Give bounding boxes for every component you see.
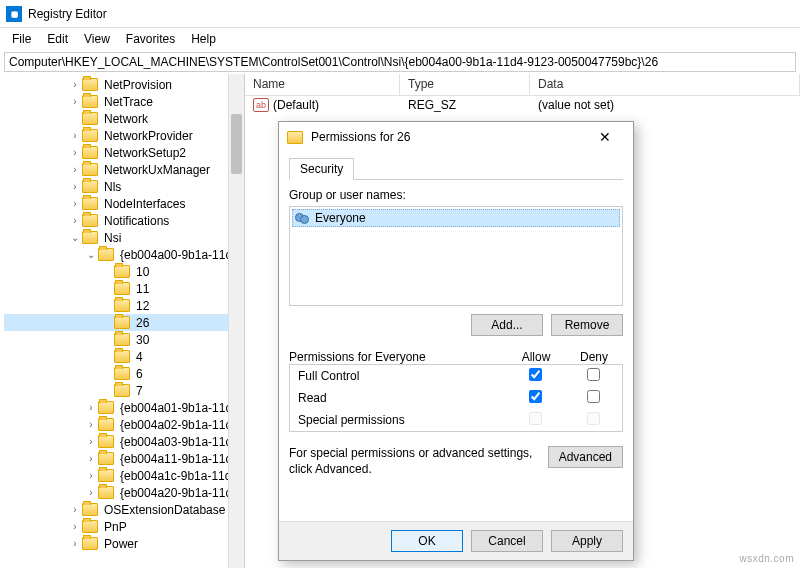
twisty-empty <box>100 299 114 313</box>
tree-label: 30 <box>134 333 151 347</box>
tree-item[interactable]: ›PnP <box>4 518 244 535</box>
tree-item[interactable]: 4 <box>4 348 244 365</box>
folder-icon <box>82 78 98 91</box>
tree-item[interactable]: ›OSExtensionDatabase <box>4 501 244 518</box>
folder-icon <box>82 214 98 227</box>
cancel-button[interactable]: Cancel <box>471 530 543 552</box>
principals-listbox[interactable]: Everyone <box>289 206 623 306</box>
menu-view[interactable]: View <box>76 30 118 48</box>
menu-file[interactable]: File <box>4 30 39 48</box>
apply-button[interactable]: Apply <box>551 530 623 552</box>
tree-item[interactable]: ⌄{eb004a00-9b1a-11c <box>4 246 244 263</box>
tree-item[interactable]: 6 <box>4 365 244 382</box>
twisty-empty <box>100 384 114 398</box>
permission-row: Full Control <box>290 365 622 387</box>
titlebar: Registry Editor <box>0 0 800 28</box>
chevron-right-icon[interactable]: › <box>68 537 82 551</box>
tree-item[interactable]: 30 <box>4 331 244 348</box>
chevron-right-icon[interactable]: › <box>84 469 98 483</box>
deny-checkbox[interactable] <box>587 368 600 381</box>
dialog-titlebar[interactable]: Permissions for 26 ✕ <box>279 122 633 152</box>
tree-label: 26 <box>134 316 151 330</box>
dialog-footer: OK Cancel Apply <box>279 521 633 560</box>
tree-item[interactable]: 10 <box>4 263 244 280</box>
chevron-right-icon[interactable]: › <box>84 435 98 449</box>
tree-item[interactable]: ›Nls <box>4 178 244 195</box>
menu-help[interactable]: Help <box>183 30 224 48</box>
chevron-right-icon[interactable]: › <box>84 401 98 415</box>
tree-item[interactable]: ›{eb004a20-9b1a-11c <box>4 484 244 501</box>
twisty-empty <box>100 265 114 279</box>
advanced-button[interactable]: Advanced <box>548 446 623 468</box>
tree-scrollbar[interactable] <box>228 74 244 568</box>
chevron-right-icon[interactable]: › <box>68 180 82 194</box>
tree-item[interactable]: 11 <box>4 280 244 297</box>
menu-edit[interactable]: Edit <box>39 30 76 48</box>
tree-item[interactable]: ›NetProvision <box>4 76 244 93</box>
chevron-right-icon[interactable]: › <box>68 520 82 534</box>
permissions-table: Full ControlReadSpecial permissions <box>289 364 623 432</box>
chevron-down-icon[interactable]: ⌄ <box>84 248 98 262</box>
folder-icon <box>98 418 114 431</box>
chevron-right-icon[interactable]: › <box>68 129 82 143</box>
tree-label: {eb004a00-9b1a-11c <box>118 248 233 262</box>
tree-item[interactable]: ›Notifications <box>4 212 244 229</box>
address-bar[interactable]: Computer\HKEY_LOCAL_MACHINE\SYSTEM\Contr… <box>4 52 796 72</box>
chevron-right-icon[interactable]: › <box>68 146 82 160</box>
chevron-right-icon[interactable]: › <box>68 95 82 109</box>
principal-name: Everyone <box>315 211 366 225</box>
value-row[interactable]: ab(Default)REG_SZ(value not set) <box>245 96 800 114</box>
permission-row: Read <box>290 387 622 409</box>
chevron-right-icon[interactable]: › <box>84 418 98 432</box>
tree-item[interactable]: ⌄Nsi <box>4 229 244 246</box>
tree-pane[interactable]: ›NetProvision›NetTraceNetwork›NetworkPro… <box>0 74 245 568</box>
col-name[interactable]: Name <box>245 74 400 95</box>
folder-icon <box>114 350 130 363</box>
folder-icon <box>98 486 114 499</box>
chevron-right-icon[interactable]: › <box>84 452 98 466</box>
tree-item[interactable]: 7 <box>4 382 244 399</box>
tree-item[interactable]: 26 <box>4 314 244 331</box>
tree-item[interactable]: ›NetworkUxManager <box>4 161 244 178</box>
tree-item[interactable]: ›NodeInterfaces <box>4 195 244 212</box>
chevron-right-icon[interactable]: › <box>68 503 82 517</box>
folder-icon <box>98 401 114 414</box>
tab-security[interactable]: Security <box>289 158 354 180</box>
tree-item[interactable]: ›NetTrace <box>4 93 244 110</box>
twisty-empty <box>100 316 114 330</box>
col-data[interactable]: Data <box>530 74 800 95</box>
allow-checkbox[interactable] <box>529 390 542 403</box>
tree-item[interactable]: ›{eb004a01-9b1a-11c <box>4 399 244 416</box>
allow-checkbox[interactable] <box>529 368 542 381</box>
tree-label: 11 <box>134 282 151 296</box>
chevron-right-icon[interactable]: › <box>68 214 82 228</box>
tree-item[interactable]: ›{eb004a1c-9b1a-11c <box>4 467 244 484</box>
chevron-right-icon[interactable]: › <box>68 197 82 211</box>
users-icon <box>295 211 311 225</box>
deny-checkbox[interactable] <box>587 390 600 403</box>
ok-button[interactable]: OK <box>391 530 463 552</box>
principal-item[interactable]: Everyone <box>292 209 620 227</box>
menu-favorites[interactable]: Favorites <box>118 30 183 48</box>
tree-item[interactable]: ›{eb004a11-9b1a-11c <box>4 450 244 467</box>
remove-button[interactable]: Remove <box>551 314 623 336</box>
tree-item[interactable]: ›NetworkProvider <box>4 127 244 144</box>
chevron-right-icon[interactable]: › <box>68 78 82 92</box>
tree-item[interactable]: 12 <box>4 297 244 314</box>
window-title: Registry Editor <box>28 7 107 21</box>
tree-item[interactable]: ›Power <box>4 535 244 552</box>
tree-label: NetTrace <box>102 95 155 109</box>
tree-item[interactable]: Network <box>4 110 244 127</box>
close-icon[interactable]: ✕ <box>585 124 625 150</box>
permission-row: Special permissions <box>290 409 622 431</box>
tree-item[interactable]: ›{eb004a02-9b1a-11c <box>4 416 244 433</box>
permissions-dialog: Permissions for 26 ✕ Security Group or u… <box>278 121 634 561</box>
chevron-down-icon[interactable]: ⌄ <box>68 231 82 245</box>
chevron-right-icon[interactable]: › <box>84 486 98 500</box>
add-button[interactable]: Add... <box>471 314 543 336</box>
col-type[interactable]: Type <box>400 74 530 95</box>
tree-item[interactable]: ›{eb004a03-9b1a-11c <box>4 433 244 450</box>
dialog-tabs: Security <box>289 156 623 180</box>
tree-item[interactable]: ›NetworkSetup2 <box>4 144 244 161</box>
chevron-right-icon[interactable]: › <box>68 163 82 177</box>
